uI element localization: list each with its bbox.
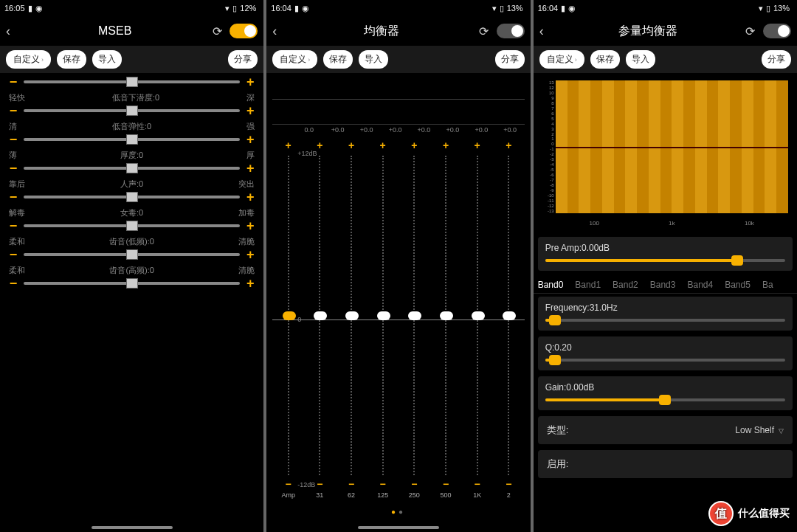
mseb-slider[interactable] [24, 253, 240, 256]
band-tab[interactable]: Ba [762, 280, 773, 290]
import-pill[interactable]: 导入 [626, 50, 655, 69]
minus-button[interactable]: − [348, 478, 354, 491]
mseb-slider[interactable] [24, 167, 240, 170]
slider-thumb[interactable] [283, 311, 296, 320]
mseb-slider[interactable] [24, 282, 240, 285]
minus-button[interactable]: − [9, 279, 18, 288]
power-toggle[interactable] [497, 24, 525, 38]
eq-band-slider[interactable]: + − 2 [493, 139, 525, 502]
custom-pill[interactable]: 自定义› [6, 50, 51, 69]
band-tab[interactable]: Band2 [613, 280, 638, 290]
mseb-slider[interactable] [24, 224, 240, 227]
slider-thumb[interactable] [377, 311, 390, 320]
band-tab[interactable]: Band1 [575, 280, 601, 290]
eq-band-slider[interactable]: + − 125 [367, 139, 398, 502]
refresh-icon[interactable]: ⟳ [476, 24, 492, 38]
home-indicator[interactable] [358, 526, 439, 529]
minus-button[interactable]: − [317, 478, 322, 491]
slider-thumb[interactable] [503, 311, 516, 320]
slider-thumb[interactable] [408, 311, 421, 320]
plus-button[interactable]: + [443, 139, 449, 153]
plus-button[interactable]: + [317, 139, 322, 153]
plus-button[interactable]: + [246, 250, 255, 259]
mseb-slider[interactable] [24, 196, 240, 198]
minus-button[interactable]: − [9, 250, 18, 259]
q-slider[interactable] [545, 359, 785, 362]
band-tab[interactable]: Band3 [650, 280, 676, 290]
band-tab[interactable]: Band0 [538, 280, 564, 290]
plus-button[interactable]: + [246, 135, 255, 144]
eq-band-slider[interactable]: + − 62 [336, 139, 368, 502]
slider-thumb[interactable] [126, 163, 138, 173]
save-pill[interactable]: 保存 [57, 50, 86, 69]
slider-thumb[interactable] [126, 249, 138, 260]
share-pill[interactable]: 分享 [495, 50, 525, 69]
plus-button[interactable]: + [246, 106, 255, 115]
save-pill[interactable]: 保存 [590, 50, 620, 69]
slider-thumb[interactable] [472, 311, 485, 320]
plus-button[interactable]: + [506, 139, 511, 153]
plus-button[interactable]: + [411, 139, 417, 153]
share-pill[interactable]: 分享 [762, 50, 791, 69]
minus-button[interactable]: − [443, 478, 449, 491]
plus-button[interactable]: + [246, 164, 255, 173]
import-pill[interactable]: 导入 [92, 50, 122, 69]
custom-pill[interactable]: 自定义› [539, 50, 584, 69]
plus-button[interactable]: + [475, 139, 480, 153]
type-row[interactable]: 类型: Low Shelf▽ [538, 416, 793, 444]
enable-row[interactable]: 启用: [538, 450, 793, 478]
slider-thumb[interactable] [314, 311, 327, 320]
eq-band-slider[interactable]: + − Amp [272, 139, 304, 502]
slider-thumb[interactable] [126, 221, 138, 231]
minus-button[interactable]: − [380, 478, 386, 491]
minus-button[interactable]: − [9, 164, 18, 173]
home-indicator[interactable] [92, 526, 173, 529]
minus-button[interactable]: − [9, 106, 18, 115]
slider-thumb[interactable] [345, 311, 359, 320]
band-tab[interactable]: Band4 [687, 280, 713, 290]
refresh-icon[interactable]: ⟳ [742, 24, 759, 38]
save-pill[interactable]: 保存 [323, 50, 353, 69]
mseb-slider[interactable] [24, 138, 240, 141]
band-tab[interactable]: Band5 [725, 280, 751, 290]
plus-button[interactable]: + [246, 279, 255, 288]
back-icon[interactable]: ‹ [6, 24, 21, 39]
gain-slider[interactable] [545, 398, 785, 401]
minus-button[interactable]: − [475, 478, 480, 491]
minus-button[interactable]: − [9, 221, 18, 230]
eq-band-slider[interactable]: + − 1K [461, 139, 493, 502]
plus-button[interactable]: + [348, 139, 354, 153]
minus-button[interactable]: − [411, 478, 417, 491]
minus-button[interactable]: − [9, 77, 18, 86]
refresh-icon[interactable]: ⟳ [209, 24, 225, 38]
page-dots[interactable]: ●● [272, 505, 524, 522]
power-toggle[interactable] [763, 24, 791, 38]
mseb-slider[interactable] [24, 109, 240, 112]
share-pill[interactable]: 分享 [228, 50, 258, 69]
minus-button[interactable]: − [506, 478, 511, 491]
import-pill[interactable]: 导入 [359, 50, 388, 69]
slider-thumb[interactable] [126, 278, 138, 289]
minus-button[interactable]: − [9, 193, 18, 201]
back-icon[interactable]: ‹ [539, 24, 554, 39]
mseb-slider[interactable] [24, 80, 240, 83]
minus-button[interactable]: − [9, 135, 18, 144]
slider-thumb[interactable] [440, 311, 453, 320]
preamp-slider[interactable] [545, 259, 785, 262]
plus-button[interactable]: + [246, 193, 255, 201]
slider-thumb[interactable] [126, 134, 138, 145]
plus-button[interactable]: + [246, 221, 255, 230]
plus-button[interactable]: + [246, 77, 255, 86]
minus-button[interactable]: − [286, 478, 291, 491]
back-icon[interactable]: ‹ [272, 24, 287, 39]
plus-button[interactable]: + [380, 139, 386, 153]
custom-pill[interactable]: 自定义› [272, 50, 317, 69]
plus-button[interactable]: + [286, 139, 291, 153]
slider-thumb[interactable] [126, 77, 138, 87]
slider-thumb[interactable] [126, 106, 138, 116]
frequency-slider[interactable] [545, 319, 785, 322]
slider-thumb[interactable] [126, 192, 138, 202]
eq-band-slider[interactable]: + − 250 [398, 139, 430, 502]
power-toggle[interactable] [230, 24, 258, 38]
band-tabs[interactable]: Band0Band1Band2Band3Band4Band5Ba [534, 274, 797, 294]
